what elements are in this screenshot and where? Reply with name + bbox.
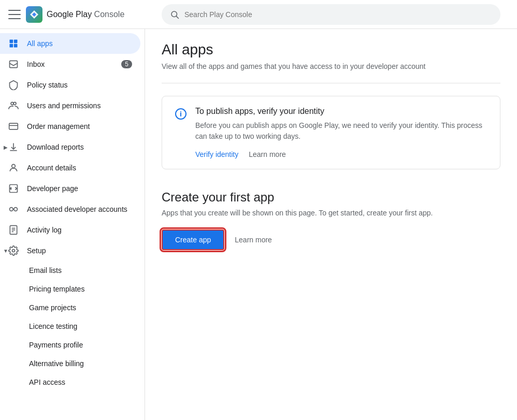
sidebar-sub-item-email-lists[interactable]: Email lists	[0, 261, 145, 280]
create-app-button[interactable]: Create app	[162, 229, 224, 250]
info-card-content: To publish apps, verify your identity Be…	[195, 107, 487, 158]
search-bar[interactable]	[162, 4, 500, 25]
sidebar-sub-item-api-access[interactable]: API access	[0, 373, 145, 392]
verify-identity-link[interactable]: Verify identity	[195, 150, 238, 158]
main-content: All apps View all of the apps and games …	[145, 29, 517, 420]
card-icon	[8, 121, 19, 132]
layout: All apps Inbox 5 Policy status	[0, 29, 517, 420]
sidebar-item-associated-developer[interactable]: Associated developer accounts	[0, 199, 140, 220]
inbox-badge: 5	[121, 60, 132, 68]
svg-line-1	[176, 16, 178, 18]
sidebar-item-label: All apps	[27, 39, 53, 48]
sidebar-item-setup[interactable]: ▼ Setup	[0, 240, 140, 261]
svg-rect-2	[10, 40, 13, 44]
info-icon	[175, 108, 187, 120]
svg-point-8	[13, 102, 16, 105]
svg-point-21	[12, 250, 15, 252]
sidebar-item-activity-log[interactable]: Activity log	[0, 220, 140, 240]
sidebar-sub-item-label: Alternative billing	[29, 359, 84, 368]
info-card-learn-more-link[interactable]: Learn more	[249, 150, 286, 158]
sidebar-sub-item-payments-profile[interactable]: Payments profile	[0, 336, 145, 354]
sidebar: All apps Inbox 5 Policy status	[0, 29, 145, 420]
search-input[interactable]	[184, 10, 492, 19]
sidebar-item-account-details[interactable]: Account details	[0, 157, 140, 178]
sidebar-item-label: Policy status	[27, 81, 68, 89]
shield-icon	[8, 80, 19, 90]
svg-point-12	[12, 164, 16, 168]
create-section-subtitle: Apps that you create will be shown on th…	[162, 209, 500, 217]
info-card-body: Before you can publish apps on Google Pl…	[195, 120, 487, 142]
sidebar-item-label: Setup	[27, 247, 46, 255]
logo-icon	[26, 6, 42, 23]
topbar-left: Google Play Console	[8, 6, 153, 23]
search-icon	[170, 10, 179, 19]
sidebar-item-all-apps[interactable]: All apps	[0, 33, 140, 54]
sidebar-item-label: Account details	[27, 164, 76, 172]
logo-container: Google Play Console	[26, 6, 124, 23]
sidebar-item-label: Inbox	[27, 60, 45, 68]
developer-icon	[8, 183, 19, 194]
collapse-icon: ▼	[2, 247, 9, 254]
sidebar-item-label: Developer page	[27, 184, 78, 193]
sidebar-sub-item-label: Game projects	[29, 303, 76, 312]
svg-point-14	[10, 208, 13, 211]
doc-icon	[8, 225, 19, 235]
sidebar-item-order-management[interactable]: Order management	[0, 116, 140, 137]
page-subtitle: View all of the apps and games that you …	[162, 62, 500, 70]
create-section: Create your first app Apps that you crea…	[162, 190, 500, 250]
link-icon	[8, 204, 19, 214]
sidebar-sub-item-label: API access	[29, 378, 65, 386]
create-section-title: Create your first app	[162, 190, 500, 205]
sidebar-item-label: Activity log	[27, 226, 62, 234]
topbar: Google Play Console	[0, 0, 517, 29]
sidebar-sub-item-pricing-templates[interactable]: Pricing templates	[0, 280, 145, 298]
page-title: All apps	[162, 41, 500, 58]
sidebar-sub-item-label: Pricing templates	[29, 285, 84, 293]
sidebar-item-label: Associated developer accounts	[27, 205, 127, 213]
create-section-learn-more-link[interactable]: Learn more	[235, 236, 272, 244]
expand-icon: ▶	[2, 143, 9, 151]
svg-rect-3	[14, 40, 18, 44]
account-icon	[8, 163, 19, 173]
sidebar-sub-item-game-projects[interactable]: Game projects	[0, 298, 145, 317]
download-icon	[8, 142, 19, 152]
menu-icon[interactable]	[8, 8, 21, 21]
grid-icon	[8, 38, 19, 49]
sidebar-item-label: Order management	[27, 122, 90, 131]
svg-rect-5	[14, 44, 18, 48]
svg-point-15	[14, 208, 18, 211]
sidebar-sub-item-label: Payments profile	[29, 341, 83, 349]
info-card-actions: Verify identity Learn more	[195, 150, 487, 158]
sidebar-sub-item-licence-testing[interactable]: Licence testing	[0, 317, 145, 336]
svg-rect-9	[9, 123, 18, 129]
logo-text: Google Play Console	[47, 10, 124, 19]
sidebar-item-download-reports[interactable]: ▶ Download reports	[0, 137, 140, 157]
sidebar-item-developer-page[interactable]: Developer page	[0, 178, 140, 199]
sidebar-sub-item-alternative-billing[interactable]: Alternative billing	[0, 354, 145, 373]
gear-icon	[8, 245, 19, 256]
svg-point-24	[180, 111, 181, 112]
sidebar-sub-item-label: Email lists	[29, 266, 62, 274]
sidebar-item-label: Users and permissions	[27, 102, 100, 110]
info-card: To publish apps, verify your identity Be…	[162, 96, 500, 169]
info-card-title: To publish apps, verify your identity	[195, 107, 487, 116]
svg-rect-4	[10, 44, 13, 48]
people-icon	[8, 100, 19, 111]
sidebar-item-label: Download reports	[27, 143, 84, 151]
divider	[162, 83, 500, 83]
sidebar-sub-item-label: Licence testing	[29, 322, 77, 330]
sidebar-item-inbox[interactable]: Inbox 5	[0, 54, 140, 75]
sidebar-item-policy-status[interactable]: Policy status	[0, 75, 140, 95]
sidebar-item-users-permissions[interactable]: Users and permissions	[0, 95, 140, 116]
inbox-icon	[8, 59, 19, 69]
create-actions: Create app Learn more	[162, 229, 500, 250]
